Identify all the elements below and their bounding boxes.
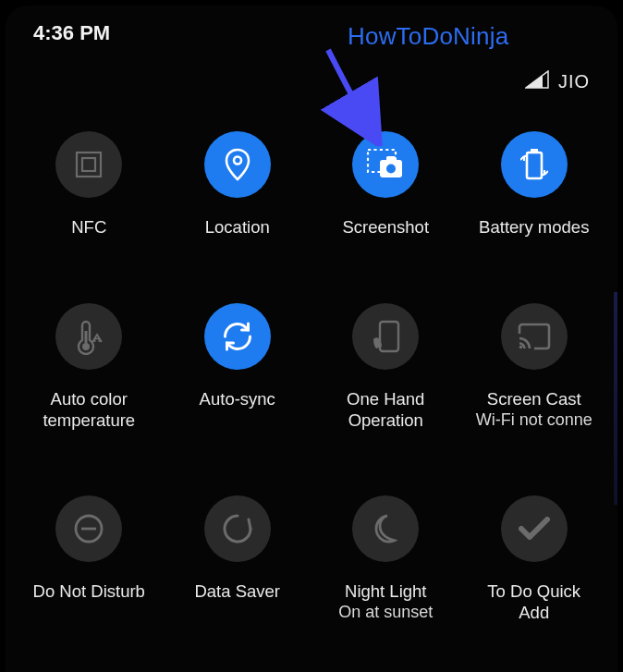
tile-location[interactable]: Location xyxy=(164,131,312,238)
svg-rect-8 xyxy=(531,149,538,153)
signal-icon xyxy=(525,70,549,92)
tile-night-light[interactable]: Night Light On at sunset xyxy=(312,495,460,623)
tile-label: Data Saver xyxy=(192,580,282,603)
svg-point-12 xyxy=(519,346,522,349)
tile-one-hand[interactable]: One Hand Operation xyxy=(312,303,460,431)
tile-label: Location xyxy=(203,216,272,238)
cast-icon xyxy=(501,303,568,370)
decorative-stripe xyxy=(614,292,617,505)
tile-label: Auto-sync xyxy=(198,388,277,410)
svg-rect-7 xyxy=(527,153,542,178)
one-hand-icon xyxy=(352,303,419,370)
tile-nfc[interactable]: NFC xyxy=(15,131,164,238)
tile-label: Screenshot xyxy=(340,216,431,238)
tile-todo-quick-add[interactable]: To Do Quick Add xyxy=(460,495,609,623)
tile-screenshot[interactable]: Screenshot xyxy=(312,131,460,238)
tile-battery-modes[interactable]: Battery modes xyxy=(460,131,609,238)
tile-label: Screen Cast xyxy=(485,388,583,410)
svg-point-9 xyxy=(82,343,90,350)
svg-rect-0 xyxy=(77,153,101,177)
tile-label: One Hand Operation xyxy=(345,388,426,431)
svg-rect-11 xyxy=(380,322,398,351)
location-icon xyxy=(204,131,271,198)
tile-label: To Do Quick Add xyxy=(485,580,582,623)
tile-auto-sync[interactable]: Auto-sync xyxy=(164,303,312,431)
battery-icon xyxy=(501,131,568,198)
annotation-arrow-icon xyxy=(296,44,397,146)
tile-sublabel: Wi-Fi not conne xyxy=(476,410,592,431)
tile-label: Battery modes xyxy=(477,216,591,238)
tile-screen-cast[interactable]: Screen Cast Wi-Fi not conne xyxy=(460,303,609,431)
svg-point-6 xyxy=(386,165,396,174)
check-icon xyxy=(501,495,568,562)
sync-icon xyxy=(204,303,271,370)
clock: 4:36 PM xyxy=(33,21,110,45)
tile-sublabel: On at sunset xyxy=(338,603,433,623)
carrier-label: JIO xyxy=(558,71,590,92)
tile-data-saver[interactable]: Data Saver xyxy=(164,495,312,623)
moon-icon xyxy=(352,495,419,562)
svg-point-2 xyxy=(234,157,241,165)
tile-label: Do Not Disturb xyxy=(31,580,147,603)
tile-label: NFC xyxy=(69,216,108,238)
tile-auto-color-temp[interactable]: Auto color temperature xyxy=(15,303,164,431)
tiles-grid: NFC Location Screenshot xyxy=(6,105,617,624)
data-saver-icon xyxy=(204,495,271,562)
dnd-icon xyxy=(55,495,122,562)
nfc-icon xyxy=(55,131,122,198)
svg-rect-5 xyxy=(386,156,396,162)
tile-dnd[interactable]: Do Not Disturb xyxy=(15,495,164,623)
tile-label: Auto color temperature xyxy=(41,388,137,431)
svg-rect-1 xyxy=(82,158,95,171)
tile-label: Night Light xyxy=(343,580,428,603)
thermometer-icon xyxy=(55,303,122,370)
